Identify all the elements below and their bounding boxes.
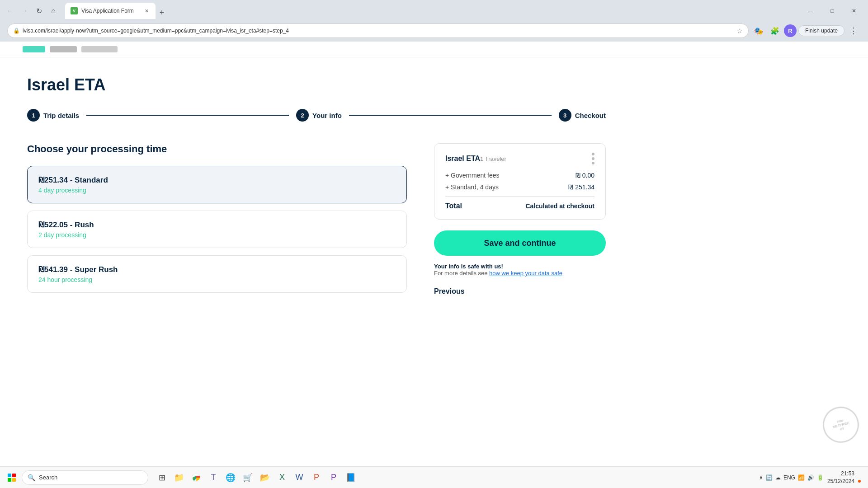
previous-link[interactable]: Previous bbox=[434, 287, 465, 296]
save-continue-button[interactable]: Save and continue bbox=[434, 230, 606, 256]
option-super-rush-price: ₪541.39 - Super Rush bbox=[38, 265, 396, 274]
steps-bar: 1 Trip details 2 Your info 3 Checkout bbox=[27, 109, 606, 122]
active-tab[interactable]: V Visa Application Form ✕ bbox=[65, 3, 156, 19]
safety-info: Your info is safe with us! For more deta… bbox=[434, 263, 606, 277]
bookmark-icon[interactable]: ☆ bbox=[737, 27, 743, 34]
extension-icon-1[interactable]: 🎭 bbox=[751, 23, 766, 38]
taskbar-icons: ⊞ 📁 T 🌐 🛒 📂 X W P P 📘 bbox=[154, 469, 359, 486]
app-icon-3[interactable]: P bbox=[326, 469, 342, 486]
summary-box: Israel ETA 1 Traveler + Government fees … bbox=[434, 143, 606, 220]
browser-menu-button[interactable]: ⋮ bbox=[846, 23, 861, 38]
close-button[interactable]: ✕ bbox=[844, 4, 864, 18]
step-circle-3: 3 bbox=[559, 109, 571, 122]
safety-title: Your info is safe with us! bbox=[434, 263, 606, 270]
clock-date: 25/12/2024 bbox=[827, 478, 854, 485]
summary-govt-value: ₪ 0.00 bbox=[576, 172, 594, 179]
right-column: Israel ETA 1 Traveler + Government fees … bbox=[434, 143, 606, 300]
option-rush-processing: 2 day processing bbox=[38, 231, 396, 239]
minimize-button[interactable]: — bbox=[800, 4, 821, 18]
file-explorer-icon[interactable]: 📁 bbox=[171, 469, 187, 486]
system-tray: ∧ 🔄 ☁ ENG 📶 🔊 🔋 bbox=[759, 474, 824, 481]
logo-green-part bbox=[23, 46, 45, 52]
dot-1 bbox=[592, 153, 594, 155]
new-tab-button[interactable]: + bbox=[156, 6, 168, 19]
app-icon-2[interactable]: 📂 bbox=[257, 469, 273, 486]
task-view-icon[interactable]: ⊞ bbox=[154, 469, 170, 486]
teams-icon[interactable]: T bbox=[205, 469, 222, 486]
safety-link[interactable]: how we keep your data safe bbox=[489, 270, 562, 277]
notification-indicator bbox=[858, 480, 861, 483]
word-icon[interactable]: W bbox=[291, 469, 307, 486]
finish-update-button[interactable]: Finish update bbox=[798, 25, 844, 36]
tray-cloud-icon: ☁ bbox=[775, 474, 781, 481]
option-standard[interactable]: ₪251.34 - Standard 4 day processing bbox=[27, 166, 407, 203]
page-title: Israel ETA bbox=[27, 75, 606, 94]
address-bar: 🔒 ivisa.com/israel/apply-now?utm_source=… bbox=[4, 22, 864, 42]
lock-icon: 🔒 bbox=[13, 28, 20, 34]
app-icon-1[interactable]: 🛒 bbox=[240, 469, 256, 486]
option-super-rush[interactable]: ₪541.39 - Super Rush 24 hour processing bbox=[27, 255, 407, 293]
taskbar: 🔍 Search ⊞ 📁 T 🌐 🛒 📂 X W P P 📘 ∧ 🔄 ☁ bbox=[0, 466, 868, 488]
taskbar-search[interactable]: 🔍 Search bbox=[22, 470, 148, 485]
profile-icon[interactable]: R bbox=[784, 24, 797, 37]
maximize-button[interactable]: □ bbox=[822, 4, 843, 18]
step-checkout: 3 Checkout bbox=[559, 109, 606, 122]
forward-button[interactable]: → bbox=[18, 5, 31, 17]
step-line-2 bbox=[349, 115, 552, 116]
powerpoint-icon[interactable]: P bbox=[308, 469, 325, 486]
total-row: Total Calculated at checkout bbox=[445, 202, 594, 210]
step-trip-details: 1 Trip details bbox=[27, 109, 79, 122]
tab-title: Visa Application Form bbox=[81, 8, 139, 14]
option-rush[interactable]: ₪522.05 - Rush 2 day processing bbox=[27, 211, 407, 248]
summary-row-govt: + Government fees ₪ 0.00 bbox=[445, 172, 594, 179]
system-clock[interactable]: 21:53 25/12/2024 bbox=[827, 470, 854, 485]
step-label-checkout: Checkout bbox=[575, 112, 606, 119]
step-circle-1: 1 bbox=[27, 109, 40, 122]
search-text: Search bbox=[39, 474, 57, 481]
summary-standard-label: + Standard, 4 days bbox=[445, 183, 499, 191]
option-standard-processing: 4 day processing bbox=[38, 187, 396, 194]
start-button[interactable] bbox=[4, 469, 20, 486]
reload-button[interactable]: ↻ bbox=[33, 5, 45, 17]
app-icon-4[interactable]: 📘 bbox=[343, 469, 359, 486]
edge-icon[interactable]: 🌐 bbox=[222, 469, 239, 486]
step-line-1 bbox=[86, 115, 289, 116]
windows-logo bbox=[8, 474, 16, 482]
back-button[interactable]: ← bbox=[4, 5, 16, 17]
taskbar-right: ∧ 🔄 ☁ ENG 📶 🔊 🔋 21:53 25/12/2024 bbox=[759, 470, 864, 485]
extension-icon-2[interactable]: 🧩 bbox=[768, 23, 782, 38]
logo-gray-part-2 bbox=[81, 46, 118, 52]
browser-chrome: ← → ↻ ⌂ V Visa Application Form ✕ + — □ … bbox=[0, 0, 868, 42]
window-controls: — □ ✕ bbox=[800, 4, 864, 18]
summary-govt-label: + Government fees bbox=[445, 172, 499, 179]
start-sq-1 bbox=[8, 474, 11, 477]
start-sq-2 bbox=[12, 474, 16, 477]
lang-indicator: ENG bbox=[783, 474, 795, 481]
section-title: Choose your processing time bbox=[27, 143, 407, 155]
tab-favicon: V bbox=[71, 7, 78, 14]
dots-menu[interactable] bbox=[586, 153, 594, 164]
chrome-icon[interactable] bbox=[188, 469, 204, 486]
search-icon: 🔍 bbox=[28, 474, 35, 481]
option-super-rush-processing: 24 hour processing bbox=[38, 276, 396, 283]
tray-chevron[interactable]: ∧ bbox=[759, 474, 763, 481]
step-label-trip-details: Trip details bbox=[43, 112, 79, 119]
summary-row-standard: + Standard, 4 days ₪ 251.34 bbox=[445, 183, 594, 191]
start-sq-4 bbox=[12, 478, 16, 482]
tray-sync-icon: 🔄 bbox=[766, 474, 773, 481]
dot-2 bbox=[592, 157, 594, 160]
dot-3 bbox=[592, 162, 594, 164]
summary-header: Israel ETA 1 Traveler bbox=[445, 153, 594, 164]
total-label: Total bbox=[445, 202, 462, 210]
summary-traveler: 1 Traveler bbox=[480, 155, 506, 162]
excel-icon[interactable]: X bbox=[274, 469, 290, 486]
tab-group: V Visa Application Form ✕ + bbox=[65, 3, 168, 19]
address-input-wrap[interactable]: 🔒 ivisa.com/israel/apply-now?utm_source=… bbox=[7, 23, 749, 38]
step-label-your-info: Your info bbox=[312, 112, 342, 119]
address-text: ivisa.com/israel/apply-now?utm_source=go… bbox=[23, 28, 734, 34]
safety-desc-prefix: For more details see bbox=[434, 270, 489, 277]
battery-icon: 🔋 bbox=[817, 474, 824, 481]
home-button[interactable]: ⌂ bbox=[47, 5, 60, 17]
start-sq-3 bbox=[8, 478, 11, 482]
tab-close-button[interactable]: ✕ bbox=[143, 7, 150, 14]
